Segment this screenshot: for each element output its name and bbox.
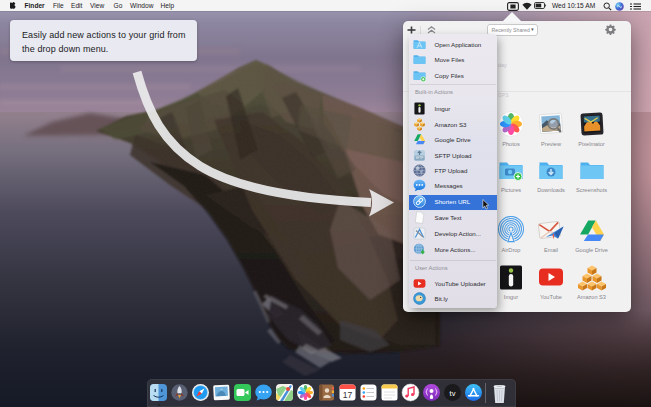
svg-text:tv: tv (450, 389, 456, 398)
svg-text:17: 17 (343, 390, 353, 400)
svg-text:SFTP: SFTP (416, 156, 424, 160)
